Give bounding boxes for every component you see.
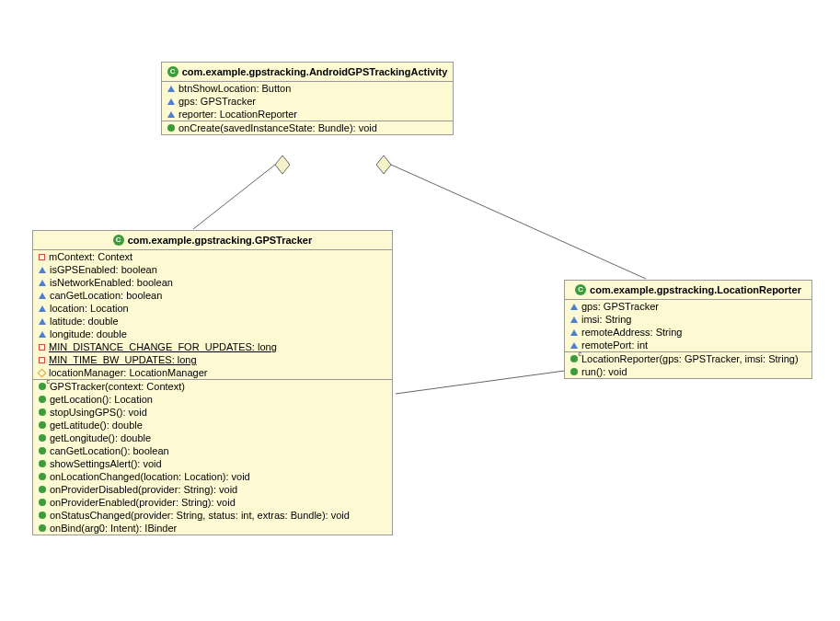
connector-line — [396, 370, 571, 394]
field: longitude: double — [33, 328, 392, 340]
method-text: onProviderEnabled(provider: String): voi… — [50, 497, 236, 508]
field-text: isNetworkEnabled: boolean — [50, 277, 173, 288]
field-text: imsi: String — [581, 314, 631, 325]
private-field-icon — [39, 344, 45, 351]
method-text: LocationReporter(gps: GPSTracker, imsi: … — [581, 353, 799, 364]
method-text: onBind(arg0: Intent): IBinder — [50, 523, 177, 534]
diamond-aggregation — [376, 155, 391, 174]
class-header: C com.example.gpstracking.LocationReport… — [565, 281, 811, 300]
method: onProviderDisabled(provider: String): vo… — [33, 483, 392, 496]
connector-line — [193, 165, 275, 229]
field-text: location: Location — [50, 303, 129, 314]
public-method-icon — [39, 460, 46, 467]
method: getLatitude(): double — [33, 419, 392, 431]
field-text: reporter: LocationReporter — [178, 109, 297, 120]
method: onStatusChanged(provider: String, status… — [33, 509, 392, 522]
public-method-icon — [39, 486, 46, 493]
method-text: getLongitude(): double — [50, 432, 151, 443]
method-text: onLocationChanged(location: Location): v… — [50, 471, 250, 482]
field: remotePort: int — [565, 339, 811, 351]
method-text: stopUsingGPS(): void — [50, 407, 147, 418]
field-text: locationManager: LocationManager — [49, 367, 207, 378]
constructor-icon — [39, 383, 46, 390]
method: onBind(arg0: Intent): IBinder — [33, 522, 392, 535]
method: getLocation(): Location — [33, 393, 392, 406]
package-field-icon — [167, 98, 175, 105]
class-name: com.example.gpstracking.AndroidGPSTracki… — [182, 66, 448, 77]
public-method-icon — [39, 524, 46, 532]
private-field-icon — [39, 357, 45, 363]
package-field-icon — [570, 342, 578, 349]
fields-section: btnShowLocation: Button gps: GPSTracker … — [162, 82, 453, 121]
public-method-icon — [39, 473, 46, 480]
field: location: Location — [33, 302, 392, 315]
package-field-icon — [570, 304, 578, 310]
method-text: run(): void — [581, 366, 627, 377]
class-header: C com.example.gpstracking.AndroidGPSTrac… — [162, 63, 453, 82]
field: isNetworkEnabled: boolean — [33, 276, 392, 289]
method: canGetLocation(): boolean — [33, 444, 392, 457]
class-icon: C — [113, 235, 124, 246]
field: mContext: Context — [33, 250, 392, 263]
field: gps: GPSTracker — [162, 95, 453, 108]
class-name: com.example.gpstracking.LocationReporter — [590, 284, 801, 295]
class-activity: C com.example.gpstracking.AndroidGPSTrac… — [161, 62, 454, 135]
field: isGPSEnabled: boolean — [33, 263, 392, 276]
field: locationManager: LocationManager — [33, 366, 392, 379]
class-icon: C — [167, 66, 178, 77]
method-text: GPSTracker(context: Context) — [50, 381, 185, 392]
connector-line — [391, 165, 646, 279]
field: imsi: String — [565, 313, 811, 326]
method: showSettingsAlert(): void — [33, 457, 392, 470]
package-field-icon — [570, 329, 578, 336]
package-field-icon — [570, 316, 578, 323]
method-text: onProviderDisabled(provider: String): vo… — [50, 484, 237, 495]
package-field-icon — [39, 293, 46, 299]
field-text: remotePort: int — [581, 339, 648, 351]
method-text: canGetLocation(): boolean — [50, 445, 169, 456]
method-text: onStatusChanged(provider: String, status… — [50, 510, 350, 521]
protected-field-icon — [38, 368, 47, 377]
public-method-icon — [39, 499, 46, 506]
field: btnShowLocation: Button — [162, 82, 453, 95]
field: gps: GPSTracker — [565, 300, 811, 313]
constructor-icon — [570, 355, 578, 362]
methods-section: onCreate(savedInstanceState: Bundle): vo… — [162, 121, 453, 134]
field-text: btnShowLocation: Button — [178, 83, 291, 94]
field-text: longitude: double — [50, 328, 127, 339]
method: getLongitude(): double — [33, 431, 392, 444]
package-field-icon — [167, 86, 175, 92]
field: MIN_TIME_BW_UPDATES: long — [33, 353, 392, 366]
class-locationreporter: C com.example.gpstracking.LocationReport… — [564, 280, 812, 379]
class-header: C com.example.gpstracking.GPSTracker — [33, 231, 392, 250]
field: MIN_DISTANCE_CHANGE_FOR_UPDATES: long — [33, 340, 392, 353]
field-text: gps: GPSTracker — [581, 301, 659, 312]
methods-section: GPSTracker(context: Context) getLocation… — [33, 380, 392, 535]
method-text: getLocation(): Location — [50, 394, 153, 405]
private-field-icon — [39, 254, 45, 260]
field: latitude: double — [33, 315, 392, 328]
class-gpstracker: C com.example.gpstracking.GPSTracker mCo… — [32, 230, 393, 535]
package-field-icon — [39, 267, 46, 273]
method: onProviderEnabled(provider: String): voi… — [33, 496, 392, 509]
public-method-icon — [39, 447, 46, 454]
field-text: MIN_TIME_BW_UPDATES: long — [49, 354, 197, 365]
package-field-icon — [39, 305, 46, 312]
field: canGetLocation: boolean — [33, 289, 392, 302]
field-text: gps: GPSTracker — [178, 96, 256, 107]
package-field-icon — [39, 280, 46, 286]
method-text: showSettingsAlert(): void — [50, 458, 162, 469]
field-text: latitude: double — [50, 316, 119, 327]
method: stopUsingGPS(): void — [33, 406, 392, 419]
fields-section: gps: GPSTracker imsi: String remoteAddre… — [565, 300, 811, 352]
fields-section: mContext: Context isGPSEnabled: boolean … — [33, 250, 392, 380]
class-icon: C — [575, 284, 586, 295]
method: onLocationChanged(location: Location): v… — [33, 470, 392, 483]
field-text: remoteAddress: String — [581, 327, 682, 338]
field-text: MIN_DISTANCE_CHANGE_FOR_UPDATES: long — [49, 341, 277, 352]
public-method-icon — [39, 408, 46, 416]
method-text: onCreate(savedInstanceState: Bundle): vo… — [178, 122, 377, 133]
package-field-icon — [167, 111, 175, 118]
field-text: mContext: Context — [49, 251, 132, 262]
public-method-icon — [39, 434, 46, 442]
